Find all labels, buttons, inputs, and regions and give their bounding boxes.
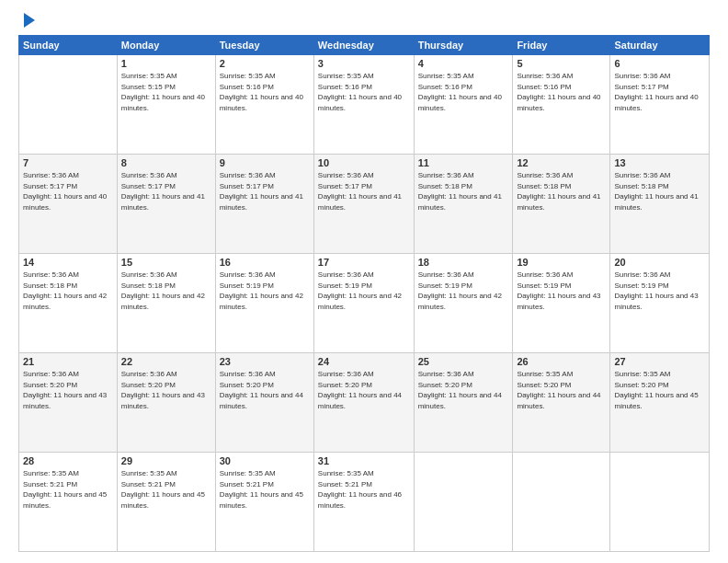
calendar-cell: 15Sunrise: 5:36 AM Sunset: 5:18 PM Dayli… — [117, 254, 215, 353]
header-day-wednesday: Wednesday — [313, 36, 414, 55]
day-info: Sunrise: 5:36 AM Sunset: 5:19 PM Dayligh… — [517, 270, 606, 312]
header-day-sunday: Sunday — [19, 36, 118, 55]
calendar-cell: 17Sunrise: 5:36 AM Sunset: 5:19 PM Dayli… — [313, 254, 414, 353]
day-number: 18 — [418, 257, 509, 268]
calendar-cell — [610, 453, 710, 552]
day-number: 26 — [517, 356, 606, 367]
day-info: Sunrise: 5:36 AM Sunset: 5:20 PM Dayligh… — [418, 369, 509, 411]
calendar-table: SundayMondayTuesdayWednesdayThursdayFrid… — [18, 35, 710, 552]
day-info: Sunrise: 5:35 AM Sunset: 5:21 PM Dayligh… — [318, 468, 410, 511]
day-number: 23 — [220, 356, 310, 367]
calendar-cell: 14Sunrise: 5:36 AM Sunset: 5:18 PM Dayli… — [19, 254, 118, 353]
calendar-cell: 9Sunrise: 5:36 AM Sunset: 5:17 PM Daylig… — [215, 155, 313, 254]
header-day-friday: Friday — [513, 36, 610, 55]
calendar-cell: 27Sunrise: 5:35 AM Sunset: 5:20 PM Dayli… — [610, 353, 710, 453]
day-info: Sunrise: 5:35 AM Sunset: 5:21 PM Dayligh… — [220, 468, 310, 511]
calendar-cell: 21Sunrise: 5:36 AM Sunset: 5:20 PM Dayli… — [19, 353, 118, 453]
day-number: 15 — [121, 257, 211, 268]
header — [18, 15, 710, 28]
day-info: Sunrise: 5:36 AM Sunset: 5:18 PM Dayligh… — [121, 270, 211, 312]
calendar-cell: 5Sunrise: 5:36 AM Sunset: 5:16 PM Daylig… — [513, 55, 610, 155]
calendar-cell: 2Sunrise: 5:35 AM Sunset: 5:16 PM Daylig… — [215, 55, 313, 155]
calendar-cell: 4Sunrise: 5:35 AM Sunset: 5:16 PM Daylig… — [414, 55, 513, 155]
day-info: Sunrise: 5:35 AM Sunset: 5:15 PM Dayligh… — [121, 71, 211, 113]
day-number: 19 — [517, 257, 606, 268]
calendar-cell: 22Sunrise: 5:36 AM Sunset: 5:20 PM Dayli… — [117, 353, 215, 453]
day-info: Sunrise: 5:36 AM Sunset: 5:16 PM Dayligh… — [517, 71, 606, 113]
calendar-cell: 13Sunrise: 5:36 AM Sunset: 5:18 PM Dayli… — [610, 155, 710, 254]
day-number: 22 — [121, 356, 211, 367]
day-info: Sunrise: 5:36 AM Sunset: 5:17 PM Dayligh… — [614, 71, 705, 113]
day-number: 24 — [318, 356, 410, 367]
calendar-cell: 24Sunrise: 5:36 AM Sunset: 5:20 PM Dayli… — [313, 353, 414, 453]
day-number: 5 — [517, 58, 606, 69]
header-day-monday: Monday — [117, 36, 215, 55]
day-number: 12 — [517, 157, 606, 168]
day-info: Sunrise: 5:35 AM Sunset: 5:21 PM Dayligh… — [121, 468, 211, 511]
day-number: 30 — [220, 455, 310, 466]
day-info: Sunrise: 5:36 AM Sunset: 5:17 PM Dayligh… — [121, 170, 211, 213]
calendar-cell: 26Sunrise: 5:35 AM Sunset: 5:20 PM Dayli… — [513, 353, 610, 453]
day-info: Sunrise: 5:35 AM Sunset: 5:20 PM Dayligh… — [517, 369, 606, 411]
day-number: 17 — [318, 257, 410, 268]
day-number: 21 — [23, 356, 113, 367]
day-info: Sunrise: 5:36 AM Sunset: 5:17 PM Dayligh… — [23, 170, 113, 213]
day-number: 29 — [121, 455, 211, 466]
calendar-week-row: 28Sunrise: 5:35 AM Sunset: 5:21 PM Dayli… — [19, 453, 710, 552]
calendar-cell: 31Sunrise: 5:35 AM Sunset: 5:21 PM Dayli… — [313, 453, 414, 552]
day-info: Sunrise: 5:36 AM Sunset: 5:20 PM Dayligh… — [318, 369, 410, 411]
calendar-cell: 7Sunrise: 5:36 AM Sunset: 5:17 PM Daylig… — [19, 155, 118, 254]
calendar-week-row: 1Sunrise: 5:35 AM Sunset: 5:15 PM Daylig… — [19, 55, 710, 155]
day-info: Sunrise: 5:36 AM Sunset: 5:20 PM Dayligh… — [23, 369, 113, 411]
day-info: Sunrise: 5:35 AM Sunset: 5:16 PM Dayligh… — [220, 71, 310, 113]
calendar-cell: 8Sunrise: 5:36 AM Sunset: 5:17 PM Daylig… — [117, 155, 215, 254]
day-info: Sunrise: 5:35 AM Sunset: 5:16 PM Dayligh… — [418, 71, 509, 113]
calendar-cell: 28Sunrise: 5:35 AM Sunset: 5:21 PM Dayli… — [19, 453, 118, 552]
day-info: Sunrise: 5:36 AM Sunset: 5:19 PM Dayligh… — [318, 270, 410, 312]
day-number: 7 — [23, 157, 113, 168]
calendar-cell: 1Sunrise: 5:35 AM Sunset: 5:15 PM Daylig… — [117, 55, 215, 155]
calendar-header-row: SundayMondayTuesdayWednesdayThursdayFrid… — [19, 36, 710, 55]
day-info: Sunrise: 5:36 AM Sunset: 5:17 PM Dayligh… — [318, 170, 410, 213]
calendar-cell: 16Sunrise: 5:36 AM Sunset: 5:19 PM Dayli… — [215, 254, 313, 353]
calendar-cell — [414, 453, 513, 552]
calendar-cell: 19Sunrise: 5:36 AM Sunset: 5:19 PM Dayli… — [513, 254, 610, 353]
day-info: Sunrise: 5:36 AM Sunset: 5:19 PM Dayligh… — [220, 270, 310, 312]
day-info: Sunrise: 5:36 AM Sunset: 5:18 PM Dayligh… — [418, 170, 509, 213]
day-info: Sunrise: 5:36 AM Sunset: 5:20 PM Dayligh… — [220, 369, 310, 411]
day-info: Sunrise: 5:36 AM Sunset: 5:17 PM Dayligh… — [220, 170, 310, 213]
calendar-cell: 10Sunrise: 5:36 AM Sunset: 5:17 PM Dayli… — [313, 155, 414, 254]
day-number: 9 — [220, 157, 310, 168]
day-info: Sunrise: 5:36 AM Sunset: 5:18 PM Dayligh… — [614, 170, 705, 213]
day-number: 27 — [614, 356, 705, 367]
calendar-cell — [19, 55, 118, 155]
day-number: 6 — [614, 58, 705, 69]
day-info: Sunrise: 5:36 AM Sunset: 5:18 PM Dayligh… — [517, 170, 606, 213]
header-day-saturday: Saturday — [610, 36, 710, 55]
calendar-cell: 3Sunrise: 5:35 AM Sunset: 5:16 PM Daylig… — [313, 55, 414, 155]
day-info: Sunrise: 5:36 AM Sunset: 5:19 PM Dayligh… — [614, 270, 705, 312]
calendar-cell: 12Sunrise: 5:36 AM Sunset: 5:18 PM Dayli… — [513, 155, 610, 254]
day-info: Sunrise: 5:35 AM Sunset: 5:16 PM Dayligh… — [318, 71, 410, 113]
day-info: Sunrise: 5:35 AM Sunset: 5:21 PM Dayligh… — [23, 468, 113, 511]
calendar-cell: 29Sunrise: 5:35 AM Sunset: 5:21 PM Dayli… — [117, 453, 215, 552]
day-info: Sunrise: 5:36 AM Sunset: 5:20 PM Dayligh… — [121, 369, 211, 411]
day-number: 3 — [318, 58, 410, 69]
day-number: 25 — [418, 356, 509, 367]
day-info: Sunrise: 5:36 AM Sunset: 5:19 PM Dayligh… — [418, 270, 509, 312]
day-number: 20 — [614, 257, 705, 268]
day-number: 31 — [318, 455, 410, 466]
page: SundayMondayTuesdayWednesdayThursdayFrid… — [0, 0, 728, 563]
day-number: 14 — [23, 257, 113, 268]
day-number: 1 — [121, 58, 211, 69]
calendar-week-row: 21Sunrise: 5:36 AM Sunset: 5:20 PM Dayli… — [19, 353, 710, 453]
header-day-thursday: Thursday — [414, 36, 513, 55]
day-number: 8 — [121, 157, 211, 168]
logo-arrow-icon — [24, 13, 35, 28]
calendar-week-row: 7Sunrise: 5:36 AM Sunset: 5:17 PM Daylig… — [19, 155, 710, 254]
header-day-tuesday: Tuesday — [215, 36, 313, 55]
day-number: 4 — [418, 58, 509, 69]
day-number: 11 — [418, 157, 509, 168]
day-number: 2 — [220, 58, 310, 69]
day-number: 28 — [23, 455, 113, 466]
